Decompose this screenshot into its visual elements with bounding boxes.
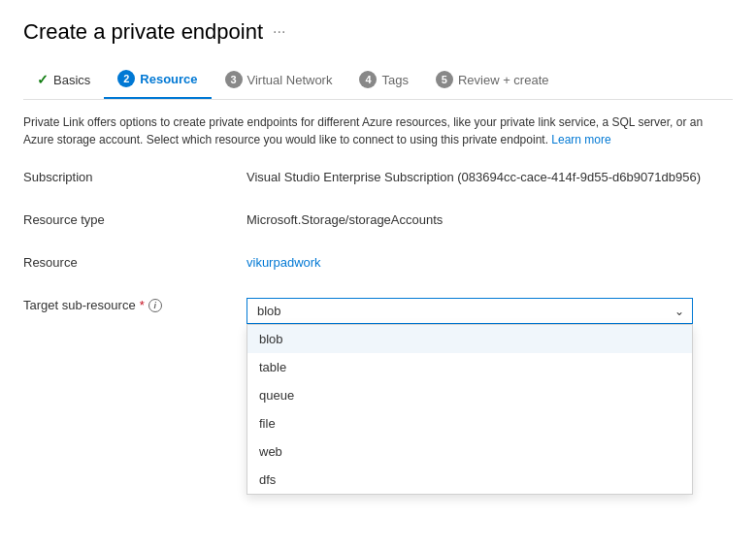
page-title: Create a private endpoint [23, 19, 263, 45]
resource-row: Resource vikurpadwork [23, 253, 733, 280]
dropdown-item-table[interactable]: table [247, 353, 692, 381]
info-icon[interactable]: i [148, 299, 162, 312]
dropdown-item-file[interactable]: file [247, 409, 692, 437]
step-review-label: Review + create [458, 73, 549, 87]
subscription-value: Visual Studio Enterprise Subscription (0… [247, 168, 733, 184]
resource-type-value: Microsoft.Storage/storageAccounts [247, 210, 733, 227]
step-basics-label: Basics [53, 73, 90, 87]
dropdown-arrow-icon: ⌄ [674, 305, 684, 318]
resource-type-label: Resource type [23, 210, 247, 227]
step-resource-number: 2 [117, 70, 135, 87]
step-vnet-number: 3 [225, 71, 243, 88]
target-sub-resource-label: Target sub-resource * i [23, 296, 247, 312]
info-text: Private Link offers options to create pr… [23, 113, 722, 148]
target-sub-resource-dropdown-wrapper: blob ⌄ blob table queue file web dfs [247, 298, 693, 324]
title-menu-button[interactable]: ··· [273, 23, 285, 41]
target-sub-resource-menu: blob table queue file web dfs [247, 324, 693, 495]
step-tags-label: Tags [381, 73, 408, 87]
step-basics[interactable]: ✓ Basics [23, 64, 104, 97]
page-title-row: Create a private endpoint ··· [23, 19, 733, 45]
dropdown-item-queue[interactable]: queue [247, 381, 692, 409]
target-sub-resource-value: blob ⌄ blob table queue file web dfs [247, 296, 733, 324]
resource-value: vikurpadwork [247, 253, 733, 270]
step-review-create[interactable]: 5 Review + create [422, 63, 563, 98]
learn-more-link[interactable]: Learn more [551, 133, 610, 146]
step-resource-label: Resource [140, 72, 197, 86]
subscription-label: Subscription [23, 168, 247, 184]
required-indicator: * [140, 298, 145, 312]
step-tags[interactable]: 4 Tags [345, 63, 421, 98]
dropdown-item-blob[interactable]: blob [247, 325, 692, 353]
subscription-row: Subscription Visual Studio Enterprise Su… [23, 168, 733, 195]
resource-label: Resource [23, 253, 247, 270]
step-vnet-label: Virtual Network [247, 73, 333, 87]
resource-type-row: Resource type Microsoft.Storage/storageA… [23, 210, 733, 238]
target-sub-resource-row: Target sub-resource * i blob ⌄ blob tabl… [23, 296, 733, 324]
target-sub-resource-dropdown[interactable]: blob ⌄ [247, 298, 693, 324]
step-resource[interactable]: 2 Resource [104, 62, 211, 99]
dropdown-selected-value: blob [257, 304, 281, 318]
step-basics-check: ✓ [37, 72, 49, 87]
steps-nav: ✓ Basics 2 Resource 3 Virtual Network 4 … [23, 62, 733, 100]
step-review-number: 5 [436, 71, 453, 88]
step-tags-number: 4 [359, 71, 377, 88]
step-virtual-network[interactable]: 3 Virtual Network [212, 63, 346, 98]
dropdown-item-web[interactable]: web [247, 437, 692, 466]
dropdown-item-dfs[interactable]: dfs [247, 466, 692, 494]
